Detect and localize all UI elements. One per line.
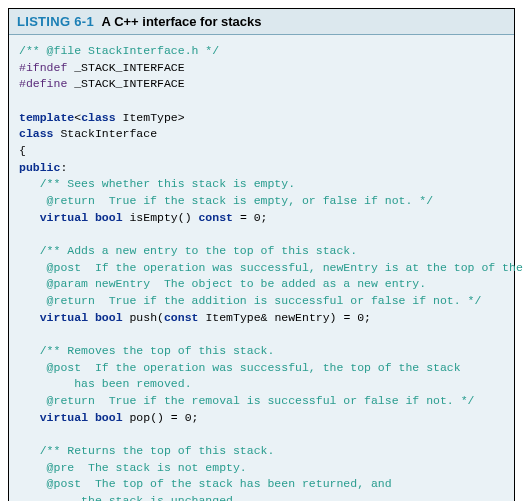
comment-isempty-1: /** Sees whether this stack is empty.	[19, 177, 295, 190]
kw-const-2: const	[164, 311, 199, 324]
comment-push-2: @post If the operation was successful, n…	[19, 261, 525, 274]
comment-isempty-2: @return True if the stack is empty, or f…	[19, 194, 433, 207]
pp-ifndef: #ifndef	[19, 61, 67, 74]
push-sig-1: push(	[123, 311, 164, 324]
public-colon: :	[60, 161, 67, 174]
pp-define: #define	[19, 77, 67, 90]
listing-title: A C++ interface for stacks	[102, 14, 262, 29]
comment-pop-1: /** Removes the top of this stack.	[19, 344, 274, 357]
kw-virtual-3: virtual	[40, 411, 88, 424]
listing-header: LISTING 6-1 A C++ interface for stacks	[9, 9, 514, 35]
kw-template: template	[19, 111, 74, 124]
kw-virtual-2: virtual	[40, 311, 88, 324]
comment-pop-2: @post If the operation was successful, t…	[19, 361, 461, 374]
kw-bool-1: bool	[95, 211, 123, 224]
pp-guard-1: _STACK_INTERFACE	[67, 61, 184, 74]
comment-push-3: @param newEntry The object to be added a…	[19, 277, 426, 290]
eq0-1: = 0;	[233, 211, 268, 224]
kw-class: class	[19, 127, 54, 140]
kw-public: public	[19, 161, 60, 174]
comment-pop-4: @return True if the removal is successfu…	[19, 394, 474, 407]
listing-label: LISTING 6-1	[17, 14, 94, 29]
kw-virtual-1: virtual	[40, 211, 88, 224]
comment-push-1: /** Adds a new entry to the top of this …	[19, 244, 357, 257]
isempty-sig: isEmpty()	[123, 211, 199, 224]
comment-file: /** @file StackInterface.h */	[19, 44, 219, 57]
push-sig-2: ItemType& newEntry) = 0;	[198, 311, 371, 324]
comment-peek-3: @post The top of the stack has been retu…	[19, 477, 392, 490]
class-name: StackInterface	[54, 127, 158, 140]
comment-peek-4: the stack is unchanged.	[19, 494, 240, 501]
code-area: /** @file StackInterface.h */ #ifndef _S…	[9, 35, 514, 501]
tmpl-rest: ItemType>	[116, 111, 185, 124]
kw-bool-2: bool	[95, 311, 123, 324]
code-listing-box: LISTING 6-1 A C++ interface for stacks /…	[8, 8, 515, 501]
comment-peek-2: @pre The stack is not empty.	[19, 461, 247, 474]
comment-pop-3: has been removed.	[19, 377, 192, 390]
pop-sig: pop() = 0;	[123, 411, 199, 424]
kw-const-1: const	[198, 211, 233, 224]
pp-guard-2: _STACK_INTERFACE	[67, 77, 184, 90]
kw-class-tmpl: class	[81, 111, 116, 124]
brace-open: {	[19, 144, 26, 157]
comment-push-4: @return True if the addition is successf…	[19, 294, 481, 307]
kw-bool-3: bool	[95, 411, 123, 424]
comment-peek-1: /** Returns the top of this stack.	[19, 444, 274, 457]
